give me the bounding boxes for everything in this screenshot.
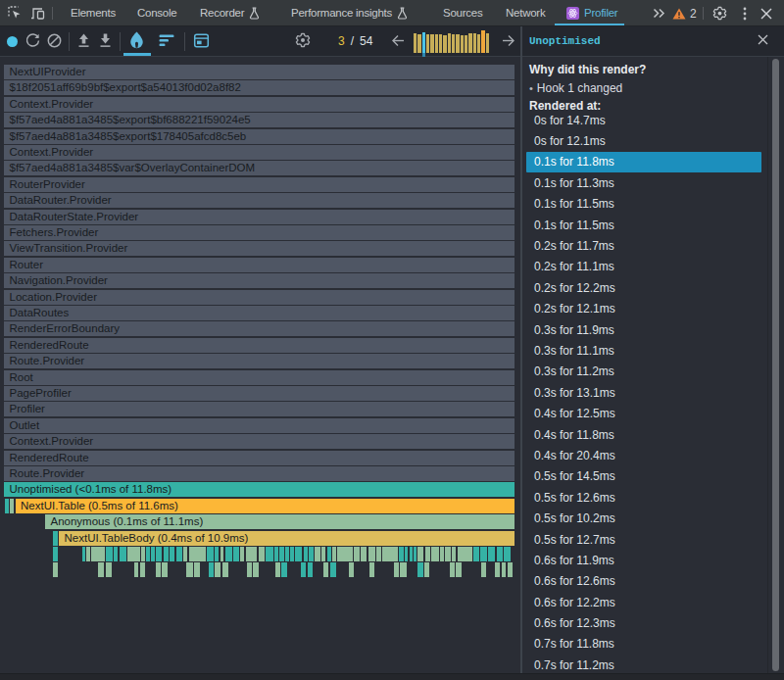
flame-bar[interactable]: [156, 547, 162, 561]
flame-bar-nextui.table[interactable]: NextUI.Table (0.5ms of 11.6ms): [16, 499, 515, 513]
flame-bar[interactable]: [400, 562, 406, 577]
flame-bar[interactable]: [275, 562, 280, 577]
flame-bar[interactable]: [376, 547, 381, 561]
flame-bar[interactable]: [274, 547, 278, 561]
flame-bar[interactable]: [209, 562, 213, 577]
flame-bar[interactable]: [86, 547, 89, 561]
device-toolbar-icon[interactable]: [27, 0, 49, 26]
flame-bar[interactable]: [327, 547, 331, 561]
flame-bar[interactable]: [186, 562, 192, 577]
flame-bar[interactable]: [82, 547, 85, 561]
flame-bar[interactable]: [225, 547, 232, 561]
flame-bar[interactable]: [495, 562, 500, 577]
next-commit-arrow[interactable]: [501, 33, 515, 48]
flame-bar[interactable]: [431, 547, 439, 561]
flame-bar[interactable]: [53, 531, 58, 546]
flame-bar[interactable]: [452, 547, 456, 561]
rendered-at-item[interactable]: 0.3s for 11.2ms: [526, 362, 761, 382]
flame-bar[interactable]: [309, 547, 314, 561]
flame-bar[interactable]: [220, 547, 224, 561]
rendered-at-item[interactable]: 0.4s for 20.4ms: [526, 445, 761, 465]
record-button[interactable]: [7, 36, 18, 47]
rendered-at-item[interactable]: 0.5s for 12.7ms: [526, 529, 761, 550]
flame-bar[interactable]: [417, 562, 423, 577]
commit-bar[interactable]: [426, 34, 429, 53]
flame-bar[interactable]: [368, 547, 375, 561]
flame-bar[interactable]: [502, 562, 507, 577]
commit-bar[interactable]: [461, 35, 464, 53]
flame-bar[interactable]: [330, 562, 336, 577]
rendered-at-item[interactable]: 0.7s for 11.8ms: [526, 634, 761, 655]
flame-bar[interactable]: [114, 547, 118, 561]
rendered-at-item[interactable]: 0.2s for 11.7ms: [526, 235, 761, 256]
flame-bar[interactable]: [259, 547, 265, 561]
close-details-icon[interactable]: [758, 34, 768, 45]
rendered-at-item[interactable]: 0.6s for 12.3ms: [526, 612, 761, 633]
flame-bar[interactable]: [162, 562, 168, 577]
flame-bar[interactable]: [176, 547, 183, 561]
flame-bar-rendererrorboundary[interactable]: RenderErrorBoundary: [4, 321, 514, 336]
flame-bar[interactable]: [332, 547, 336, 561]
rendered-at-item[interactable]: 0.3s for 13.1ms: [526, 382, 761, 403]
flame-bar[interactable]: [458, 547, 472, 561]
flame-bar[interactable]: [222, 562, 228, 577]
inspect-element-icon[interactable]: [4, 0, 25, 26]
flame-bar-context.provider[interactable]: Context.Provider: [4, 145, 514, 160]
tab-performance-insights[interactable]: Performance insights: [291, 0, 408, 25]
flame-bar[interactable]: [215, 562, 220, 577]
flame-bar[interactable]: [164, 547, 170, 561]
tab-network[interactable]: Network: [506, 0, 545, 25]
flame-bar-profiler[interactable]: Profiler: [4, 402, 514, 416]
flame-bar[interactable]: [410, 547, 414, 561]
commit-selector[interactable]: [414, 30, 490, 53]
flame-bar-routerprovider[interactable]: RouterProvider: [4, 177, 514, 192]
commit-bar[interactable]: [443, 35, 446, 53]
flame-bar[interactable]: [194, 562, 200, 577]
rendered-at-item[interactable]: 0.2s for 12.1ms: [526, 299, 761, 319]
flame-bar[interactable]: [382, 547, 398, 561]
commit-bar[interactable]: [414, 33, 416, 53]
flame-bar[interactable]: [481, 562, 486, 577]
flame-bar[interactable]: [308, 562, 314, 577]
flame-bar[interactable]: [141, 547, 145, 561]
flame-bar[interactable]: [361, 547, 367, 561]
flame-bar[interactable]: [279, 547, 284, 561]
flame-bar[interactable]: [414, 547, 416, 561]
flame-bar[interactable]: [91, 547, 105, 561]
close-devtools-icon[interactable]: [759, 0, 774, 26]
flame-bar[interactable]: [290, 547, 294, 561]
clear-profile-button[interactable]: [46, 32, 63, 49]
commit-bar[interactable]: [477, 34, 480, 53]
flame-bar-datarouterstate.provider[interactable]: DataRouterState.Provider: [4, 210, 514, 224]
flamegraph-tab-icon[interactable]: [128, 31, 145, 49]
flame-bar[interactable]: [246, 547, 258, 561]
flame-bar[interactable]: [315, 547, 320, 561]
flame-bar-18f2051aff69b9bfexporta54013f0d02a8f82[interactable]: $18f2051aff69b9bf$export$a54013f0d02a8f8…: [4, 80, 514, 95]
reload-profile-button[interactable]: [24, 32, 41, 49]
flame-bar[interactable]: [497, 547, 504, 561]
flame-bar-datarouter.provider[interactable]: DataRouter.Provider: [4, 193, 514, 208]
flame-bar[interactable]: [134, 562, 139, 577]
commit-bar[interactable]: [473, 33, 476, 53]
rendered-at-item[interactable]: 0.6s for 12.2ms: [526, 592, 761, 612]
scrollbar-thumb[interactable]: [772, 59, 779, 671]
flame-bar-nextui.tablebody[interactable]: NextUI.TableBody (0.4ms of 10.9ms): [59, 531, 514, 546]
rendered-at-item[interactable]: 0.1s for 11.3ms: [526, 172, 761, 193]
flame-bar-route.provider[interactable]: Route.Provider: [4, 354, 514, 368]
flame-bar[interactable]: [440, 547, 444, 561]
previous-commit-arrow[interactable]: [391, 33, 406, 48]
kebab-menu-icon[interactable]: [740, 0, 750, 26]
flame-bar-anonymous[interactable]: Anonymous (0.1ms of 11.1ms): [45, 514, 514, 529]
flame-bar[interactable]: [488, 547, 495, 561]
load-profile-button[interactable]: [75, 32, 92, 49]
flame-bar[interactable]: [5, 499, 9, 513]
flame-bar[interactable]: [233, 547, 239, 561]
flame-bar[interactable]: [394, 562, 398, 577]
flame-bar-f57aed4a881a3485export178405afcd8c5eb[interactable]: $f57aed4a881a3485$export$178405afcd8c5eb: [4, 129, 514, 144]
tab-sources[interactable]: Sources: [443, 0, 482, 25]
rendered-at-item[interactable]: 0.1s for 11.5ms: [526, 194, 761, 215]
tab-console[interactable]: Console: [137, 0, 176, 25]
flame-bar-location.provider[interactable]: Location.Provider: [4, 290, 514, 305]
flame-bar-route.provider[interactable]: Route.Provider: [4, 466, 514, 481]
commit-bar[interactable]: [417, 34, 420, 53]
